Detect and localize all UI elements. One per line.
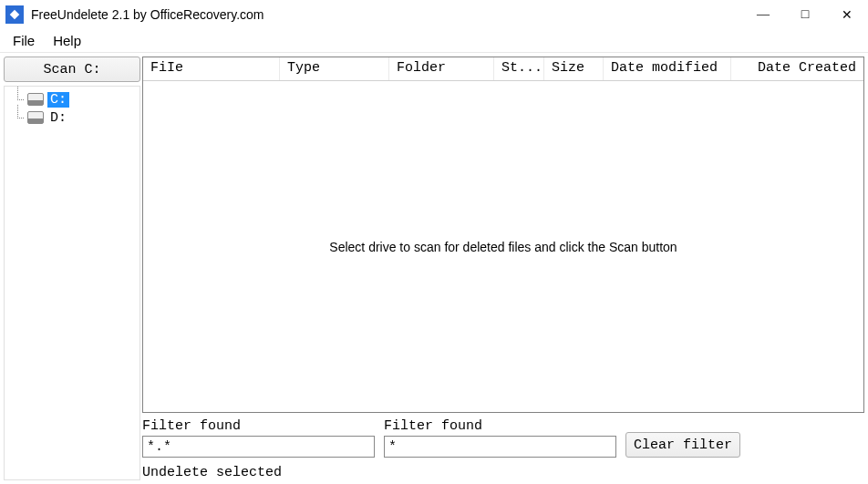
filter-row: Filter found Filter found Clear filter bbox=[142, 418, 864, 458]
minimize-button[interactable]: — bbox=[742, 0, 784, 29]
undelete-selected-label: Undelete selected bbox=[142, 465, 864, 480]
clear-filter-button[interactable]: Clear filter bbox=[625, 432, 740, 458]
empty-message: Select drive to scan for deleted files a… bbox=[329, 240, 677, 254]
drive-label: C: bbox=[47, 92, 69, 108]
filter-input-1[interactable] bbox=[142, 436, 375, 458]
window-title: FreeUndelete 2.1 by OfficeRecovery.com bbox=[31, 7, 264, 22]
titlebar: FreeUndelete 2.1 by OfficeRecovery.com —… bbox=[0, 0, 868, 29]
col-date-created[interactable]: Date Created bbox=[731, 57, 863, 80]
maximize-button[interactable]: □ bbox=[784, 0, 826, 29]
col-folder[interactable]: Folder bbox=[389, 57, 494, 80]
col-type[interactable]: Type bbox=[280, 57, 389, 80]
drive-icon bbox=[27, 93, 44, 106]
right-pane: FiIe Type Folder St... Size Date modifie… bbox=[142, 57, 864, 480]
filter-label-1: Filter found bbox=[142, 418, 375, 434]
menubar: File Help bbox=[0, 29, 868, 53]
file-list: FiIe Type Folder St... Size Date modifie… bbox=[142, 57, 864, 413]
filter-block-1: Filter found bbox=[142, 418, 375, 458]
menu-file[interactable]: File bbox=[4, 31, 44, 50]
col-date-modified[interactable]: Date modified bbox=[604, 57, 731, 80]
scan-button-label: Scan C: bbox=[43, 62, 100, 77]
col-size[interactable]: Size bbox=[544, 57, 604, 80]
close-button[interactable]: ✕ bbox=[826, 0, 868, 29]
drive-label: D: bbox=[47, 110, 69, 126]
list-body: Select drive to scan for deleted files a… bbox=[143, 81, 863, 412]
scan-button[interactable]: Scan C: bbox=[4, 57, 140, 82]
menu-help[interactable]: Help bbox=[44, 31, 90, 50]
col-file[interactable]: FiIe bbox=[143, 57, 280, 80]
filter-block-2: Filter found bbox=[384, 418, 616, 458]
drive-item-c[interactable]: C: bbox=[5, 90, 140, 108]
filter-label-2: Filter found bbox=[384, 418, 616, 434]
workarea: Scan C: C: D: FiIe Type Folder St... Siz… bbox=[0, 53, 868, 484]
list-header: FiIe Type Folder St... Size Date modifie… bbox=[143, 57, 863, 81]
app-icon bbox=[5, 5, 24, 24]
drive-tree: C: D: bbox=[4, 86, 140, 480]
drive-icon bbox=[27, 111, 44, 124]
left-pane: Scan C: C: D: bbox=[4, 57, 140, 480]
drive-item-d[interactable]: D: bbox=[5, 108, 140, 127]
col-state[interactable]: St... bbox=[494, 57, 544, 80]
filter-input-2[interactable] bbox=[384, 436, 616, 458]
